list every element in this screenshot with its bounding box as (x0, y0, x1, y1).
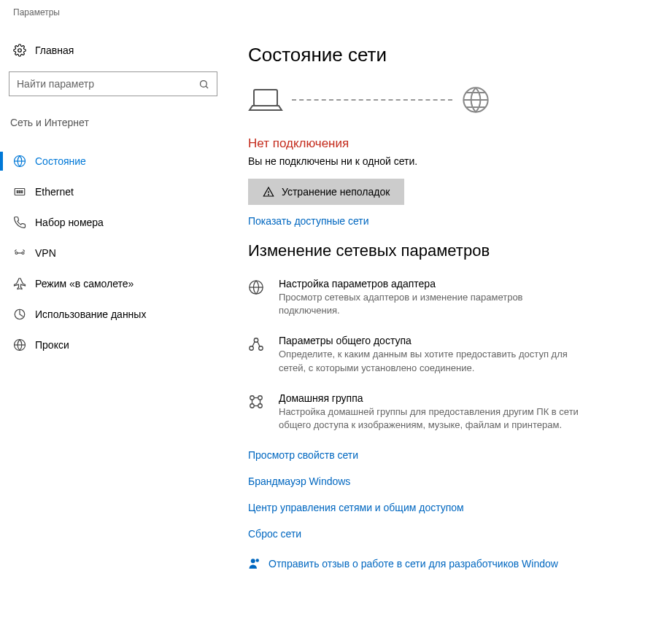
globe-icon (248, 278, 267, 317)
feedback-link[interactable]: Отправить отзыв о работе в сети для разр… (248, 557, 643, 570)
row-title: Домашняя группа (279, 392, 585, 404)
feedback-label: Отправить отзыв о работе в сети для разр… (269, 558, 558, 570)
network-reset-link[interactable]: Сброс сети (248, 528, 643, 540)
svg-rect-7 (19, 191, 20, 193)
sidebar-home[interactable]: Главная (0, 38, 226, 63)
row-title: Параметры общего доступа (279, 335, 585, 346)
svg-line-28 (258, 342, 260, 347)
adapter-settings-row[interactable]: Настройка параметров адаптера Просмотр с… (248, 278, 643, 317)
sidebar-item-data-usage[interactable]: Использование данных (0, 299, 226, 330)
svg-point-38 (256, 559, 260, 562)
sidebar-home-label: Главная (35, 44, 74, 56)
svg-line-2 (206, 86, 208, 88)
sidebar-item-label: Использование данных (35, 308, 146, 320)
search-icon (198, 79, 209, 90)
globe-icon (13, 338, 35, 351)
globe-icon (13, 155, 35, 168)
sidebar-item-label: VPN (35, 247, 56, 259)
svg-point-0 (18, 49, 22, 53)
sidebar-item-vpn[interactable]: VPN (0, 238, 226, 268)
sidebar-item-status[interactable]: Состояние (0, 146, 226, 176)
troubleshoot-button[interactable]: Устранение неполадок (248, 179, 404, 205)
sidebar-item-label: Прокси (35, 339, 69, 351)
row-title: Настройка параметров адаптера (279, 278, 585, 290)
sidebar-item-proxy[interactable]: Прокси (0, 330, 226, 360)
homegroup-row[interactable]: Домашняя группа Настройка домашней групп… (248, 392, 643, 432)
svg-rect-6 (17, 191, 18, 193)
status-description: Вы не подключены ни к одной сети. (248, 155, 643, 167)
sharing-settings-row[interactable]: Параметры общего доступа Определите, к к… (248, 335, 643, 374)
data-usage-icon (13, 308, 35, 321)
sidebar-item-dialup[interactable]: Набор номера (0, 207, 226, 238)
svg-point-21 (269, 195, 269, 195)
change-settings-heading: Изменение сетевых параметров (248, 241, 643, 260)
sharing-icon (248, 335, 267, 374)
search-input[interactable] (17, 78, 198, 90)
sidebar-item-label: Ethernet (35, 186, 74, 198)
svg-line-27 (252, 342, 255, 347)
show-networks-link[interactable]: Показать доступные сети (248, 215, 643, 227)
row-desc: Определите, к каким данным вы хотите пре… (279, 348, 585, 374)
sidebar-section-title: Сеть и Интернет (0, 111, 226, 134)
status-error-title: Нет подключения (248, 136, 643, 151)
svg-point-29 (250, 396, 255, 400)
sidebar-item-ethernet[interactable]: Ethernet (0, 176, 226, 207)
homegroup-icon (248, 392, 267, 432)
globe-diagram-icon (461, 85, 490, 114)
row-desc: Просмотр сетевых адаптеров и изменение п… (279, 291, 585, 317)
svg-point-10 (22, 252, 24, 255)
sidebar-item-airplane[interactable]: Режим «в самолете» (0, 268, 226, 299)
svg-point-37 (251, 559, 255, 563)
network-diagram (248, 85, 643, 114)
svg-point-9 (15, 252, 18, 255)
row-desc: Настройка домашней группы для предоставл… (279, 405, 585, 432)
feedback-icon (248, 557, 261, 570)
sidebar-item-label: Набор номера (35, 217, 104, 228)
airplane-icon (13, 277, 35, 290)
search-box[interactable] (9, 71, 217, 96)
firewall-link[interactable]: Брандмауэр Windows (248, 475, 643, 487)
troubleshoot-label: Устранение неполадок (282, 186, 390, 198)
network-center-link[interactable]: Центр управления сетями и общим доступом (248, 502, 643, 513)
main-content: Состояние сети Нет подключения Вы не под… (226, 22, 672, 641)
sidebar: Главная Сеть и Интернет Состояние Ethern… (0, 22, 226, 641)
dotted-connection-line (292, 99, 452, 101)
gear-icon (13, 44, 35, 57)
svg-point-26 (259, 346, 263, 351)
page-title: Состояние сети (248, 44, 643, 66)
network-properties-link[interactable]: Просмотр свойств сети (248, 449, 643, 461)
svg-rect-5 (15, 189, 25, 195)
window-title: Параметры (0, 0, 672, 22)
svg-point-25 (250, 346, 254, 351)
svg-point-1 (201, 80, 207, 87)
laptop-icon (248, 85, 283, 114)
vpn-icon (13, 246, 35, 260)
sidebar-item-label: Состояние (35, 155, 86, 167)
svg-rect-15 (254, 90, 277, 106)
svg-point-32 (258, 404, 263, 408)
phone-icon (13, 216, 35, 229)
ethernet-icon (13, 185, 35, 198)
svg-point-31 (250, 404, 255, 408)
sidebar-item-label: Режим «в самолете» (35, 278, 134, 290)
svg-rect-8 (21, 191, 23, 193)
warning-icon (263, 186, 274, 198)
svg-point-30 (258, 396, 263, 400)
